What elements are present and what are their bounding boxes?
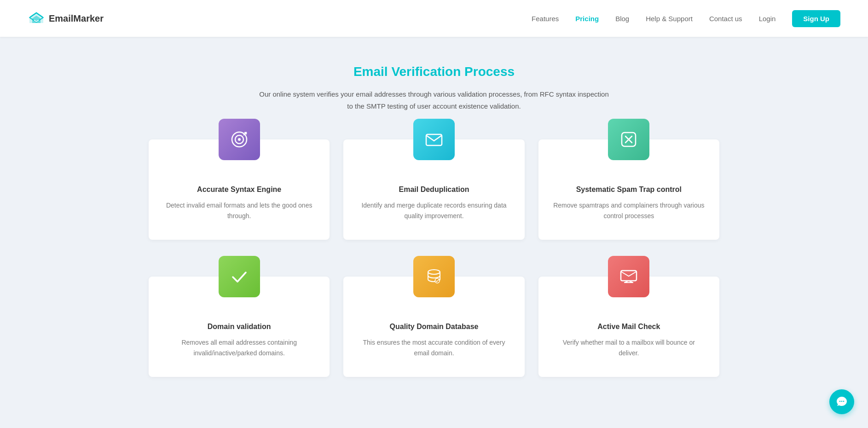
chat-button[interactable] <box>829 389 854 414</box>
nav-features[interactable]: Features <box>532 15 559 23</box>
card-syntax-title: Accurate Syntax Engine <box>162 185 316 194</box>
x-shield-icon <box>618 129 639 150</box>
card-quality-icon <box>413 256 455 297</box>
card-dedup-desc: Identify and merge duplicate records ens… <box>357 200 510 221</box>
card-mail-desc: Verify whether mail to a mailbox will bo… <box>552 337 706 359</box>
signup-button[interactable]: Sign Up <box>792 10 840 27</box>
nav-blog[interactable]: Blog <box>615 15 629 23</box>
card-dedup: Email Deduplication Identify and merge d… <box>343 139 524 240</box>
nav-help[interactable]: Help & Support <box>646 15 693 23</box>
svg-point-17 <box>841 401 843 402</box>
navbar: EmailMarker Features Pricing Blog Help &… <box>0 0 868 37</box>
card-spam-icon <box>608 119 649 160</box>
card-domain: Domain validation Removes all email addr… <box>149 277 330 377</box>
database-icon <box>423 266 445 287</box>
card-syntax-desc: Detect invalid email formats and lets th… <box>162 200 316 221</box>
nav-login[interactable]: Login <box>759 15 776 23</box>
card-quality-body: Quality Domain Database This ensures the… <box>357 318 510 359</box>
card-domain-body: Domain validation Removes all email addr… <box>162 318 316 359</box>
card-quality-desc: This ensures the most accurate condition… <box>357 337 510 359</box>
svg-point-10 <box>428 270 440 274</box>
nav-contact[interactable]: Contact us <box>709 15 742 23</box>
logo-link[interactable]: EmailMarker <box>28 11 104 26</box>
mail-check-icon <box>618 266 639 287</box>
card-domain-icon <box>219 256 260 297</box>
card-spam-desc: Remove spamtraps and complainers through… <box>552 200 706 221</box>
card-mail: Active Mail Check Verify whether mail to… <box>538 277 719 377</box>
card-dedup-body: Email Deduplication Identify and merge d… <box>357 181 510 221</box>
card-quality-title: Quality Domain Database <box>357 323 510 331</box>
svg-point-16 <box>839 401 841 402</box>
cards-row-2: Domain validation Removes all email addr… <box>149 277 719 377</box>
nav-pricing[interactable]: Pricing <box>575 15 599 23</box>
card-domain-desc: Removes all email addresses containing i… <box>162 337 316 359</box>
card-mail-body: Active Mail Check Verify whether mail to… <box>552 318 706 359</box>
card-spam-body: Systematic Spam Trap control Remove spam… <box>552 181 706 221</box>
card-syntax-body: Accurate Syntax Engine Detect invalid em… <box>162 181 316 221</box>
target-icon <box>229 129 250 150</box>
card-spam-title: Systematic Spam Trap control <box>552 185 706 194</box>
svg-rect-6 <box>426 134 442 145</box>
card-mail-title: Active Mail Check <box>552 323 706 331</box>
cards-row-1: Accurate Syntax Engine Detect invalid em… <box>149 139 719 240</box>
card-mail-icon <box>608 256 649 297</box>
card-dedup-title: Email Deduplication <box>357 185 510 194</box>
main-content: Email Verification Process Our online sy… <box>112 37 756 414</box>
chat-icon <box>836 396 848 408</box>
card-syntax-icon <box>219 119 260 160</box>
nav-links: Features Pricing Blog Help & Support Con… <box>532 10 840 27</box>
section-subtitle: Our online system verifies your email ad… <box>259 88 609 112</box>
svg-point-2 <box>238 138 241 141</box>
card-spam: Systematic Spam Trap control Remove spam… <box>538 139 719 240</box>
svg-point-18 <box>843 401 845 402</box>
checkmark-icon <box>229 266 250 287</box>
section-title: Email Verification Process <box>149 64 719 79</box>
envelope-icon <box>423 129 445 150</box>
logo-icon <box>28 11 45 26</box>
card-dedup-icon <box>413 119 455 160</box>
card-domain-title: Domain validation <box>162 323 316 331</box>
logo-text: EmailMarker <box>49 13 104 24</box>
card-syntax: Accurate Syntax Engine Detect invalid em… <box>149 139 330 240</box>
card-quality: Quality Domain Database This ensures the… <box>343 277 524 377</box>
